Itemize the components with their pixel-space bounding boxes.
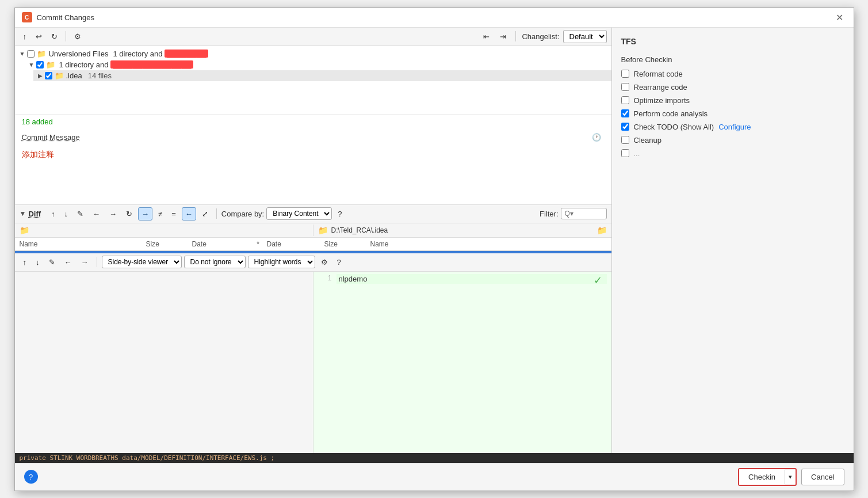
configure-link[interactable]: Configure: [718, 123, 751, 131]
diff-ne-icon: ≠: [158, 210, 162, 218]
main-content: ↑ ↩ ↻ ⚙ ⇤ ⇥: [15, 28, 854, 453]
diff-viewer-toolbar: ↑ ↓ ✎ ← → Side-by-side viewer Do not ign…: [15, 253, 611, 272]
bottom-bar: ? Checkin ▾ Cancel: [15, 463, 854, 491]
viewer-help-icon: ?: [337, 258, 341, 267]
viewer-down-btn[interactable]: ↓: [32, 256, 43, 269]
settings-btn[interactable]: ⚙: [71, 30, 85, 43]
cleanup-label[interactable]: Cleanup: [634, 136, 661, 145]
diff-label[interactable]: Diff: [28, 210, 41, 218]
diff-down-btn[interactable]: ↓: [61, 207, 72, 221]
highlight-select[interactable]: Highlight words: [248, 256, 315, 268]
viewer-help-btn[interactable]: ?: [334, 256, 345, 269]
right-path-folder-icon: 📁: [318, 226, 328, 235]
diff-refresh-btn[interactable]: ↻: [123, 207, 136, 221]
reformat-checkbox[interactable]: [621, 70, 629, 78]
more-label[interactable]: ...: [634, 149, 640, 158]
commit-message-input[interactable]: [15, 145, 611, 203]
analyze-label[interactable]: Perform code analysis: [634, 109, 708, 118]
viewer-type-select[interactable]: Side-by-side viewer: [102, 256, 182, 268]
align-left-icon: ⇤: [483, 32, 490, 41]
diff-expand-icon: ⤢: [202, 210, 208, 218]
expand-arrow-idea: ▶: [38, 73, 43, 79]
analyze-checkbox[interactable]: [621, 109, 629, 117]
cleanup-checkbox[interactable]: [621, 136, 629, 144]
right-path-btn[interactable]: 📁: [597, 226, 607, 235]
checkin-main-btn[interactable]: Checkin: [739, 469, 785, 485]
title-bar: C Commit Changes ✕: [15, 8, 854, 28]
align-left-btn[interactable]: ⇤: [480, 30, 493, 43]
changelist-select[interactable]: Default: [563, 30, 607, 43]
idea-folder-icon: 📁: [55, 71, 64, 80]
idea-label: .idea: [66, 71, 82, 80]
line-content-1: nlpdemo: [337, 274, 607, 284]
todo-checkbox[interactable]: [621, 123, 629, 131]
checkin-arrow-btn[interactable]: ▾: [785, 470, 796, 484]
idea-checkbox[interactable]: [45, 72, 52, 79]
tree-root-row[interactable]: ▼ 📁 Unversioned Files 1 directory and ██…: [15, 48, 611, 59]
left-path-folder-btn[interactable]: 📁: [20, 226, 29, 235]
child-folder-icon: 📁: [46, 60, 55, 69]
more-checkbox[interactable]: [621, 149, 629, 157]
option-rearrange: Rearrange code: [621, 83, 844, 92]
commit-history-btn[interactable]: 🕐: [588, 131, 605, 144]
root-checkbox[interactable]: [27, 50, 35, 58]
diff-prev-btn[interactable]: ←: [89, 207, 104, 221]
tree-child-row[interactable]: ▼ 📁 1 directory and ████████████████: [24, 59, 611, 70]
diff-path-right: 📁 D:\Teld_RCA\.idea 📁: [313, 225, 611, 236]
viewer-settings-btn[interactable]: ⚙: [318, 256, 331, 269]
child-checkbox[interactable]: [36, 61, 44, 69]
viewer-edit-btn[interactable]: ✎: [45, 256, 59, 269]
diff-edit-btn[interactable]: ✎: [74, 207, 87, 221]
idea-row[interactable]: ▶ 📁 .idea 14 files: [33, 70, 611, 81]
viewer-next-icon: →: [81, 258, 89, 267]
commit-section: Commit Message 🕐: [15, 128, 611, 205]
diff-ne-btn[interactable]: ≠: [155, 207, 166, 221]
update-btn[interactable]: ↑: [20, 30, 30, 43]
checkin-button-group: Checkin ▾: [738, 468, 797, 486]
undo-btn[interactable]: ↩: [32, 30, 45, 43]
filter-input[interactable]: [561, 208, 607, 219]
viewer-prev-icon: ←: [64, 258, 72, 267]
child-info: 1 directory and: [59, 60, 108, 69]
redo-btn[interactable]: ↻: [48, 30, 61, 43]
optimize-label[interactable]: Optimize imports: [634, 96, 690, 105]
reformat-label[interactable]: Reformat code: [634, 70, 683, 78]
commit-label: Commit Message: [22, 133, 80, 142]
separator-2: [515, 31, 516, 41]
option-analyze: Perform code analysis: [621, 109, 844, 118]
cancel-button[interactable]: Cancel: [801, 469, 844, 485]
app-icon: C: [22, 12, 32, 22]
diff-expand-btn[interactable]: ⤢: [198, 207, 212, 221]
diff-help-btn[interactable]: ?: [334, 207, 345, 221]
diff-sep: [216, 208, 217, 219]
before-checkin-title: Before Checkin: [621, 55, 844, 64]
todo-label[interactable]: Check TODO (Show All): [634, 123, 714, 131]
diff-next-diff-btn[interactable]: →: [138, 207, 152, 221]
diff-eq-btn[interactable]: =: [168, 207, 179, 221]
rearrange-label[interactable]: Rearrange code: [634, 83, 687, 92]
viewer-up-btn[interactable]: ↑: [20, 256, 30, 269]
compare-by-select[interactable]: Binary Content: [266, 207, 332, 220]
diff-path-bar: 📁 📁 D:\Teld_RCA\.idea 📁: [15, 223, 611, 238]
diff-up-btn[interactable]: ↑: [48, 207, 59, 221]
align-right-btn[interactable]: ⇥: [496, 30, 510, 43]
undo-icon: ↩: [36, 32, 42, 41]
option-todo: Check TODO (Show All) Configure: [621, 123, 844, 131]
update-icon: ↑: [23, 32, 27, 41]
diff-section: ▼ Diff ↑ ↓ ✎ ← → ↻ → ≠ = ← ⤢ Compare by:: [15, 205, 611, 453]
diff-next-btn[interactable]: →: [106, 207, 120, 221]
rearrange-checkbox[interactable]: [621, 83, 629, 91]
close-button[interactable]: ✕: [832, 11, 847, 24]
root-info: 1 directory and: [113, 50, 162, 58]
left-panel: ↑ ↩ ↻ ⚙ ⇤ ⇥: [15, 28, 612, 453]
viewer-next-btn[interactable]: →: [78, 256, 92, 269]
idea-files: 14 files: [88, 71, 112, 80]
diff-prev-change-btn[interactable]: ←: [182, 207, 196, 221]
root-redacted: ████████: [165, 50, 208, 58]
viewer-prev-btn[interactable]: ←: [61, 256, 75, 269]
diff-left-pane: [15, 272, 313, 453]
help-button[interactable]: ?: [24, 470, 38, 484]
optimize-checkbox[interactable]: [621, 96, 629, 104]
viewer-settings-icon: ⚙: [321, 258, 328, 267]
ignore-select[interactable]: Do not ignore: [184, 256, 246, 268]
